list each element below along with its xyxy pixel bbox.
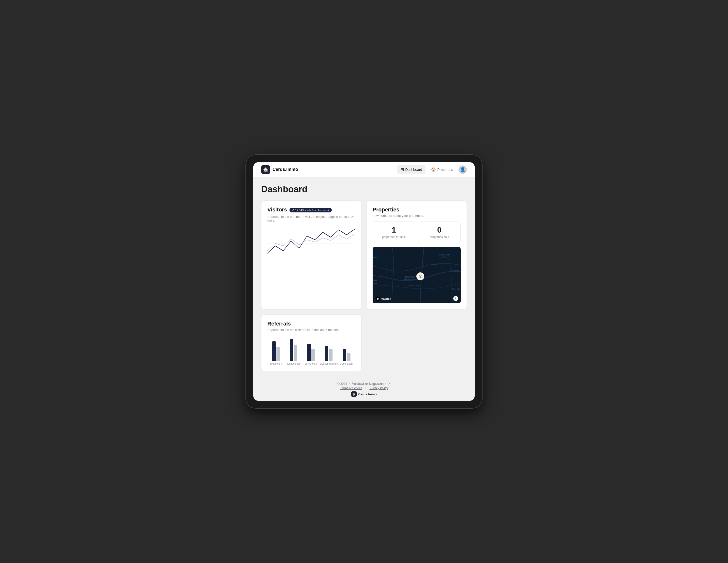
bars <box>272 336 280 361</box>
bar-group: producthunt.com <box>320 336 338 365</box>
bars <box>343 336 350 361</box>
main-nav: ⊞ Dashboard 🏠 Properties 👤 <box>397 165 467 174</box>
bar-group: vercel.com <box>302 336 320 365</box>
properties-subtitle: Few numbers about your properties. <box>373 214 461 218</box>
svg-text:Saint-Laurent-: Saint-Laurent- <box>373 280 378 282</box>
svg-text:🏠: 🏠 <box>418 275 423 279</box>
footer: © 2024 • Feedback or Suggestion • ✕ Term… <box>253 378 475 401</box>
bar-dark <box>325 346 328 361</box>
header: 🏠 Cards.Immo ⊞ Dashboard 🏠 Properties 👤 <box>253 162 475 177</box>
bar-group: twitter.com <box>267 336 285 365</box>
x-icon: ✕ <box>388 382 391 385</box>
sold-label: properties sold <box>422 235 456 239</box>
map-container: Bourgnac Saint-Léon- sur-l'Isle Neuvic G… <box>373 247 461 303</box>
for-sale-number: 1 <box>377 226 411 234</box>
visitors-header: Visitors ↗ 12.84% visits from last week <box>267 207 355 214</box>
bar-dark <box>290 339 293 361</box>
footer-logo-icon: 🏠 <box>351 391 357 397</box>
bar-label: producthunt.com <box>320 362 338 365</box>
svg-text:sur-l'Isle: sur-l'Isle <box>440 256 448 259</box>
mapbox-logo-icon: ◉ <box>376 296 380 301</box>
bar-label: twitter.com <box>270 362 282 365</box>
logo: 🏠 Cards.Immo <box>261 165 298 174</box>
bar-dark <box>343 348 346 361</box>
mapbox-logo: ◉ mapbox <box>376 296 391 301</box>
footer-logo: 🏠 Cards.Immo <box>257 391 471 397</box>
referrals-subtitle: Represents the top 5 referrers in the la… <box>267 328 355 332</box>
visitors-subtitle: Represents the number of visitors on you… <box>267 215 355 222</box>
bar-group: facebook.com <box>285 336 302 365</box>
bar-label: discord.com <box>340 362 353 365</box>
svg-text:Neuvic: Neuvic <box>431 263 438 266</box>
nav-dashboard[interactable]: ⊞ Dashboard <box>397 165 426 174</box>
main-content: Dashboard Visitors ↗ 12.84% visits from … <box>253 177 475 378</box>
bars <box>290 336 297 361</box>
visitors-chart <box>267 226 355 261</box>
trend-arrow-icon: ↗ <box>292 209 294 212</box>
page-title: Dashboard <box>261 184 467 195</box>
sold-stat: 0 properties sold <box>418 222 461 243</box>
bar-label: vercel.com <box>305 362 317 365</box>
map-info-button[interactable]: ℹ <box>453 296 458 301</box>
line-chart-svg <box>267 226 355 261</box>
properties-card: Properties Few numbers about your proper… <box>366 200 467 309</box>
properties-title: Properties <box>373 207 461 213</box>
svg-text:Saint-Front-: Saint-Front- <box>404 276 416 278</box>
map-svg: Bourgnac Saint-Léon- sur-l'Isle Neuvic G… <box>373 247 461 303</box>
visitors-card: Visitors ↗ 12.84% visits from last week … <box>261 200 362 309</box>
user-avatar[interactable]: 👤 <box>458 166 467 174</box>
sold-number: 0 <box>422 226 456 234</box>
bar-light <box>294 345 297 361</box>
tos-link[interactable]: Terms of Service <box>340 386 362 390</box>
svg-text:Grignols: Grignols <box>451 270 459 272</box>
bar-light <box>311 348 315 361</box>
footer-links: Terms of Service | Privacy Policy <box>257 386 471 390</box>
home-icon: 🏠 <box>431 167 436 172</box>
footer-copyright-row: © 2024 • Feedback or Suggestion • ✕ <box>257 382 471 385</box>
svg-text:Mussidan: Mussidan <box>409 284 419 286</box>
bar-dark <box>307 344 311 361</box>
referrals-card: Referrals Represents the top 5 referrers… <box>261 314 362 371</box>
screen: 🏠 Cards.Immo ⊞ Dashboard 🏠 Properties 👤 <box>253 162 475 401</box>
for-sale-stat: 1 properties for sale <box>373 222 415 243</box>
referrals-title: Referrals <box>267 320 355 327</box>
mapbox-label: ◉ mapbox <box>376 296 391 301</box>
logo-icon: 🏠 <box>261 165 270 174</box>
svg-text:de-Pradoux: de-Pradoux <box>404 278 416 281</box>
bar-chart: twitter.comfacebook.comvercel.comproduct… <box>267 335 355 365</box>
privacy-link[interactable]: Privacy Policy <box>369 386 388 390</box>
bar-dark <box>272 341 276 361</box>
device-frame: 🏠 Cards.Immo ⊞ Dashboard 🏠 Properties 👤 <box>246 155 482 408</box>
visitors-badge: ↗ 12.84% visits from last week <box>289 208 332 213</box>
logo-text: Cards.Immo <box>273 167 298 172</box>
bar-group: discord.com <box>338 336 355 365</box>
bar-label: facebook.com <box>286 362 301 365</box>
bar-light <box>347 353 350 361</box>
for-sale-label: properties for sale <box>377 235 411 239</box>
svg-text:des-Hommes: des-Hommes <box>373 282 377 284</box>
app: 🏠 Cards.Immo ⊞ Dashboard 🏠 Properties 👤 <box>253 162 475 401</box>
visitors-title: Visitors <box>267 207 287 213</box>
bar-light <box>276 347 280 361</box>
bar-light <box>329 349 333 361</box>
svg-text:Villamblard: Villamblard <box>451 288 461 290</box>
svg-text:Bourgnac: Bourgnac <box>373 256 378 259</box>
dashboard-icon: ⊞ <box>401 167 404 172</box>
svg-text:Saint-Léon-: Saint-Léon- <box>439 254 450 256</box>
bars <box>325 336 333 361</box>
bars <box>307 336 315 361</box>
feedback-link[interactable]: Feedback or Suggestion <box>351 382 383 385</box>
properties-stats: 1 properties for sale 0 properties sold <box>373 222 461 243</box>
nav-properties[interactable]: 🏠 Properties <box>427 165 456 174</box>
dashboard-grid: Visitors ↗ 12.84% visits from last week … <box>261 200 467 371</box>
